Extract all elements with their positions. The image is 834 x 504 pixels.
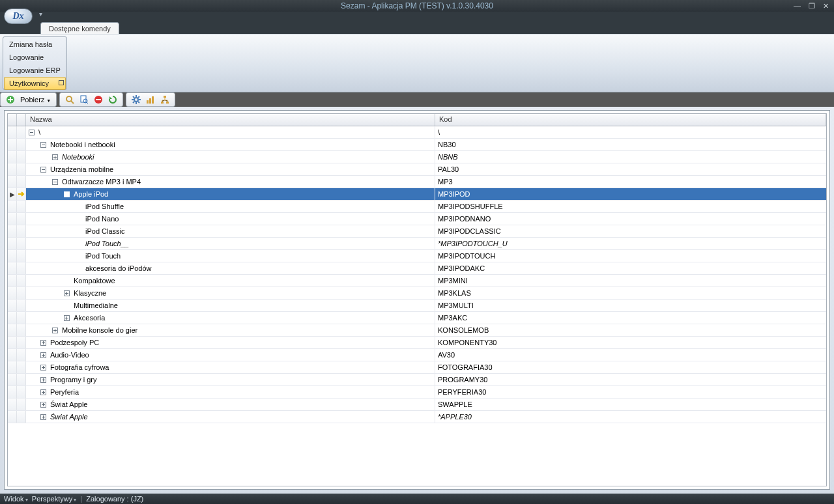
svg-rect-9 — [152, 96, 154, 104]
collapse-icon[interactable] — [40, 167, 46, 173]
ribbon-tab[interactable]: Dostępne komendy — [40, 22, 119, 34]
tree-row[interactable]: iPod TouchMP3IPODTOUCH — [8, 250, 826, 262]
tree-row[interactable]: Fotografia cyfrowaFOTOGRAFIA30 — [8, 361, 826, 374]
collapse-icon[interactable] — [29, 130, 35, 135]
svg-rect-8 — [149, 98, 151, 104]
col-header-code[interactable]: Kod — [435, 114, 826, 126]
collapse-icon[interactable] — [64, 191, 70, 197]
node-label: Mobilne konsole do gier — [61, 326, 139, 334]
node-code: NB30 — [435, 141, 826, 148]
svg-rect-5 — [96, 99, 101, 100]
node-code: *APPLE30 — [435, 413, 826, 421]
minimize-button[interactable]: — — [794, 2, 801, 10]
status-view-menu[interactable]: Widok — [4, 495, 28, 503]
ribbon-btn-login-erp[interactable]: Logowanie ERP — [4, 64, 66, 77]
tree-row[interactable]: Notebooki i netbookiNB30 — [8, 139, 826, 151]
node-code: MP3 — [435, 178, 826, 186]
row-arrow-icon — [18, 191, 25, 197]
expand-icon[interactable] — [52, 328, 58, 333]
doc-search-icon[interactable] — [78, 94, 90, 105]
tree-row[interactable]: Świat Apple*APPLE30 — [8, 411, 826, 423]
tree-row[interactable]: ▶Apple iPodMP3IPOD — [8, 188, 826, 201]
collapse-icon[interactable] — [40, 142, 46, 148]
add-icon[interactable] — [5, 94, 16, 105]
node-code: MP3IPOD — [435, 190, 826, 198]
node-code: PERYFERIA30 — [435, 388, 826, 396]
fetch-button[interactable]: Pobierz ▼ — [20, 96, 51, 104]
tree-row[interactable]: Programy i gryPROGRAMY30 — [8, 374, 826, 386]
expand-icon[interactable] — [64, 290, 70, 296]
tree-row[interactable]: \\ — [8, 126, 826, 139]
node-label: Apple iPod — [72, 190, 109, 198]
node-code: KOMPONENTY30 — [435, 339, 826, 346]
expand-icon[interactable] — [40, 389, 46, 395]
node-label: Audio-Video — [49, 351, 91, 359]
node-label: Programy i gry — [49, 376, 98, 384]
node-label: Kompaktowe — [72, 277, 117, 285]
node-label: Multimedialne — [72, 301, 119, 309]
tree-row[interactable]: AkcesoriaMP3AKC — [8, 312, 826, 324]
svg-rect-10 — [164, 96, 166, 98]
node-label: iPod Classic — [84, 227, 126, 235]
tree-row[interactable]: Świat AppleSWAPPLE — [8, 399, 826, 411]
expand-icon[interactable] — [40, 377, 46, 383]
row-pointer-icon: ▶ — [10, 191, 15, 198]
expand-icon[interactable] — [64, 315, 70, 321]
status-perspectives-menu[interactable]: Perspektywy — [32, 495, 77, 503]
collapse-icon[interactable] — [52, 179, 58, 185]
tree-row[interactable]: Podzespoły PCKOMPONENTY30 — [8, 337, 826, 349]
qat-customize[interactable]: ▾ — [39, 10, 42, 18]
node-code: NBNB — [435, 153, 826, 161]
node-label: Urządzenia mobilne — [49, 165, 115, 173]
maximize-button[interactable]: ❐ — [809, 2, 815, 10]
refresh-icon[interactable] — [107, 94, 119, 105]
tree-row[interactable]: Audio-VideoAV30 — [8, 349, 826, 361]
tree-row[interactable]: iPod Touch__*MP3IPODTOUCH_U — [8, 238, 826, 250]
node-label: Świat Apple — [49, 413, 89, 421]
expand-icon[interactable] — [40, 402, 46, 408]
magnify-icon[interactable] — [64, 94, 76, 105]
ribbon-btn-login[interactable]: Logowanie — [4, 51, 66, 64]
close-button[interactable]: ✕ — [823, 2, 829, 10]
node-label: iPod Shuffle — [84, 203, 125, 210]
app-menu-orb[interactable]: Dx — [4, 8, 33, 24]
node-code: MP3IPODNANO — [435, 215, 826, 223]
node-label: Świat Apple — [49, 400, 89, 408]
tree-row[interactable]: iPod NanoMP3IPODNANO — [8, 213, 826, 225]
node-code: PAL30 — [435, 165, 826, 173]
tree-row[interactable]: iPod ShuffleMP3IPODSHUFFLE — [8, 201, 826, 213]
tree-row[interactable]: Odtwarzacze MP3 i MP4MP3 — [8, 176, 826, 188]
node-code: KONSOLEMOB — [435, 326, 826, 334]
tree-row[interactable]: Urządzenia mobilnePAL30 — [8, 163, 826, 176]
expand-icon[interactable] — [52, 154, 58, 160]
node-label: iPod Touch — [84, 252, 122, 260]
col-header-name[interactable]: Nazwa — [26, 114, 435, 126]
ribbon-btn-users[interactable]: Użytkownicy — [4, 77, 66, 90]
node-code: MP3MINI — [435, 277, 826, 285]
expand-icon[interactable] — [40, 414, 46, 420]
ribbon-btn-change-password[interactable]: Zmiana hasła — [4, 38, 66, 51]
expand-icon[interactable] — [40, 340, 46, 346]
tree-row[interactable]: akcesoria do iPodówMP3IPODAKC — [8, 262, 826, 275]
status-logged-user: Zalogowany : (JZ) — [86, 495, 143, 503]
tree-row[interactable]: KlasyczneMP3KLAS — [8, 287, 826, 300]
tree-row[interactable]: KompaktoweMP3MINI — [8, 275, 826, 287]
grid-indicator-header — [17, 114, 26, 126]
tree-row[interactable]: PeryferiaPERYFERIA30 — [8, 386, 826, 399]
node-label: Notebooki — [61, 153, 96, 161]
chart-icon[interactable] — [145, 94, 156, 105]
gear-icon[interactable] — [130, 94, 142, 105]
tree-row[interactable]: iPod ClassicMP3IPODCLASSIC — [8, 225, 826, 238]
expand-icon[interactable] — [40, 352, 46, 358]
node-label: iPod Touch__ — [84, 240, 130, 247]
node-label: Akcesoria — [72, 314, 106, 322]
tree-row[interactable]: Mobilne konsole do gierKONSOLEMOB — [8, 324, 826, 337]
delete-icon[interactable] — [93, 94, 104, 105]
tree-icon[interactable] — [159, 94, 171, 105]
svg-rect-7 — [147, 100, 149, 104]
node-label: Odtwarzacze MP3 i MP4 — [61, 178, 142, 186]
tree-row[interactable]: MultimedialneMP3MULTI — [8, 300, 826, 312]
expand-icon[interactable] — [40, 365, 46, 371]
ribbon-group-commands: Zmiana hasła Logowanie Logowanie ERP Uży… — [3, 36, 67, 90]
tree-row[interactable]: NotebookiNBNB — [8, 151, 826, 163]
